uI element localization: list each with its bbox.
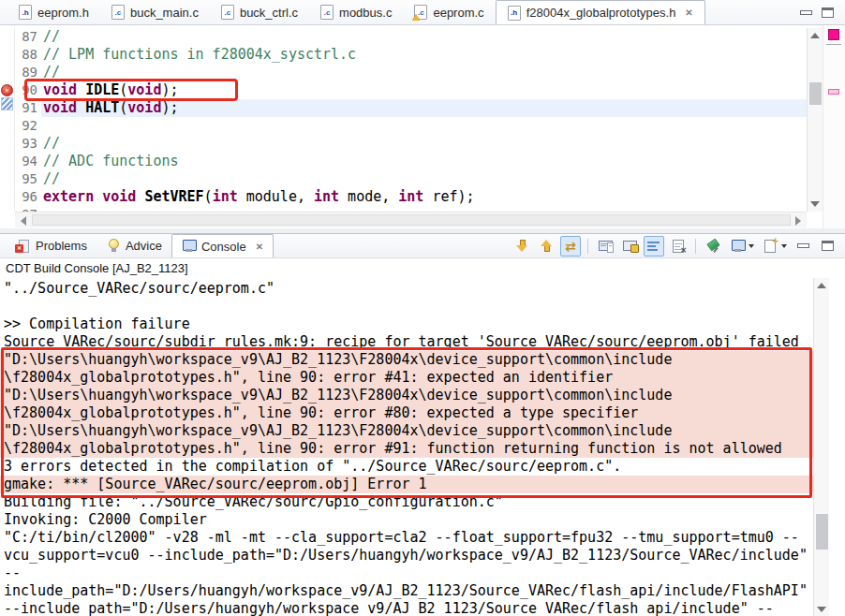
clear-console-button[interactable] [668, 236, 689, 257]
maximize-icon[interactable] [822, 7, 834, 18]
line-number: 94 [15, 153, 41, 170]
editor-horizontal-scrollbar[interactable] [15, 212, 807, 227]
close-icon[interactable]: ✕ [256, 242, 263, 252]
next-marker-button[interactable] [511, 236, 532, 257]
annotation-gutter-cell [0, 170, 15, 188]
scroll-down-arrow-icon[interactable] [817, 607, 826, 612]
line-number: 92 [15, 117, 41, 135]
code-text: void HALT(void); [41, 99, 807, 117]
follow-output-button[interactable] [560, 236, 581, 257]
code-line-95: 95// [0, 170, 807, 188]
editor-tab-buck_main.c[interactable]: .cbuck_main.c [100, 0, 210, 24]
code-text: void IDLE(void); [41, 81, 807, 99]
line-number: 89 [15, 64, 41, 81]
console-line: 3 errors detected in the compilation of … [0, 458, 813, 476]
console-error-line[interactable]: \f28004x_globalprototypes.h", line 90: e… [0, 369, 813, 387]
editor-tab-eeprom.h[interactable]: .heeprom.h [7, 0, 100, 24]
scrollbar-thumb[interactable] [816, 514, 828, 550]
advice-icon [106, 239, 120, 253]
scroll-down-arrow-icon[interactable] [810, 201, 820, 207]
line-number: 93 [15, 135, 41, 153]
open-console-button[interactable] [760, 236, 780, 257]
editor-tab-eeprom.c[interactable]: .ceeprom.c [403, 0, 495, 24]
code-editor[interactable]: 87//88// LPM functions in f28004x_sysctr… [0, 25, 845, 228]
scroll-lock-button[interactable] [619, 236, 640, 257]
overview-ruler[interactable] [823, 25, 845, 228]
tab-label: modbus.c [339, 6, 392, 20]
monitor-output-icon [599, 240, 613, 253]
tab-label: eeprom.h [37, 6, 89, 20]
warning-overlay-icon [412, 14, 420, 21]
code-text: // [41, 170, 807, 188]
scroll-up-arrow-icon[interactable] [810, 33, 820, 38]
console-error-line[interactable]: "D:\Users\huangyh\workspace_v9\AJ_B2_112… [0, 422, 813, 440]
editor-tab-bar: .heeprom.h.cbuck_main.c.cbuck_ctrl.c.cmo… [0, 0, 845, 25]
c-file-icon: .c [111, 5, 125, 20]
annotation-gutter-cell [0, 64, 15, 81]
scroll-left-arrow-icon[interactable] [21, 216, 26, 226]
maximize-view-button[interactable] [817, 236, 838, 257]
scrollbar-thumb[interactable] [32, 214, 791, 226]
toolbar-separator [587, 239, 588, 254]
editor-vertical-scrollbar[interactable] [807, 28, 823, 212]
tab-label: f28004x_globalprototypes.h [526, 6, 676, 20]
code-line-91: 91void HALT(void); [0, 99, 807, 117]
code-line-87: 87// [0, 28, 807, 46]
console-output: "../Source_VARec/sourc/eeprom.c">> Compi… [0, 278, 813, 616]
overview-divider [826, 44, 841, 45]
console-line: "C:/ti/bin/cl2000" -v28 -ml -mt --cla_su… [0, 529, 813, 547]
console-error-line[interactable]: \f28004x_globalprototypes.h", line 90: e… [0, 440, 813, 458]
scrollbar-thumb[interactable] [809, 82, 822, 105]
editor-tab-bar-tabs: .heeprom.h.cbuck_main.c.cbuck_ctrl.c.cmo… [0, 0, 794, 24]
console-error-line[interactable]: \f28004x_globalprototypes.h", line 90: e… [0, 404, 813, 422]
console-error-line[interactable]: "D:\Users\huangyh\workspace_v9\AJ_B2_112… [0, 387, 813, 404]
chevron-down-icon[interactable] [781, 244, 787, 248]
show-console-on-output-button[interactable] [595, 236, 615, 257]
scroll-right-arrow-icon[interactable] [795, 216, 801, 226]
previous-marker-button[interactable] [536, 236, 556, 257]
overview-error-indicator[interactable] [828, 29, 839, 40]
code-lines: 87//88// LPM functions in f28004x_sysctr… [0, 28, 807, 212]
console-line: vcu_support=vcu0 --include_path="D:/User… [0, 547, 813, 565]
console-error-line[interactable]: gmake: *** [Source_VARec/sourc/eeprom.ob… [0, 476, 813, 493]
swap-arrows-icon [563, 240, 578, 253]
editor-tab-buck_ctrl.c[interactable]: .cbuck_ctrl.c [210, 0, 309, 24]
c-file-icon: .c [221, 5, 234, 20]
code-line-93: 93// [0, 135, 807, 153]
close-icon[interactable]: ✕ [685, 7, 692, 18]
console-panel: ProblemsAdviceConsole✕ CDT Build Console… [0, 233, 845, 616]
line-number: 96 [15, 188, 41, 206]
console-line: --include_path="D:/Users/huangyh/workspa… [0, 600, 813, 616]
pin-console-button[interactable] [703, 236, 723, 257]
clear-console-icon [673, 240, 684, 253]
display-selected-console-button[interactable] [727, 236, 748, 257]
overview-error-marker[interactable] [828, 89, 839, 95]
console-vertical-scrollbar[interactable] [813, 278, 829, 616]
h-file-icon: .h [19, 5, 32, 20]
console-tab-Console[interactable]: Console✕ [171, 234, 274, 257]
editor-tab-f28004x_globalprototypes.h[interactable]: .hf28004x_globalprototypes.h✕ [496, 0, 705, 24]
error-marker-icon: ✕ [1, 84, 13, 96]
minimize-icon[interactable] [800, 10, 812, 15]
tab-label: Problems [36, 239, 87, 253]
code-line-96: 96extern void SetVREF(int module, int mo… [0, 188, 807, 206]
editor-tab-modbus.c[interactable]: .cmodbus.c [309, 0, 403, 24]
chevron-down-icon[interactable] [749, 244, 754, 248]
console-icon [182, 240, 196, 253]
console-line: >> Compilation failure [0, 315, 813, 333]
minimize-icon [797, 243, 809, 248]
console-tab-Problems[interactable]: Problems [6, 234, 96, 257]
word-wrap-button[interactable] [644, 236, 664, 257]
annotation-gutter-cell [0, 135, 15, 153]
tab-label: Console [201, 240, 246, 254]
console-tab-Advice[interactable]: Advice [96, 234, 171, 257]
annotation-gutter-cell [0, 206, 15, 212]
console-line [0, 298, 813, 315]
console-line: -- [0, 565, 813, 582]
tab-label: eeprom.c [433, 6, 483, 20]
line-number: 87 [15, 28, 41, 46]
code-text: // [41, 64, 807, 81]
scroll-up-arrow-icon[interactable] [817, 283, 826, 288]
minimize-view-button[interactable] [793, 236, 813, 257]
console-error-line[interactable]: "D:\Users\huangyh\workspace_v9\AJ_B2_112… [0, 351, 813, 369]
